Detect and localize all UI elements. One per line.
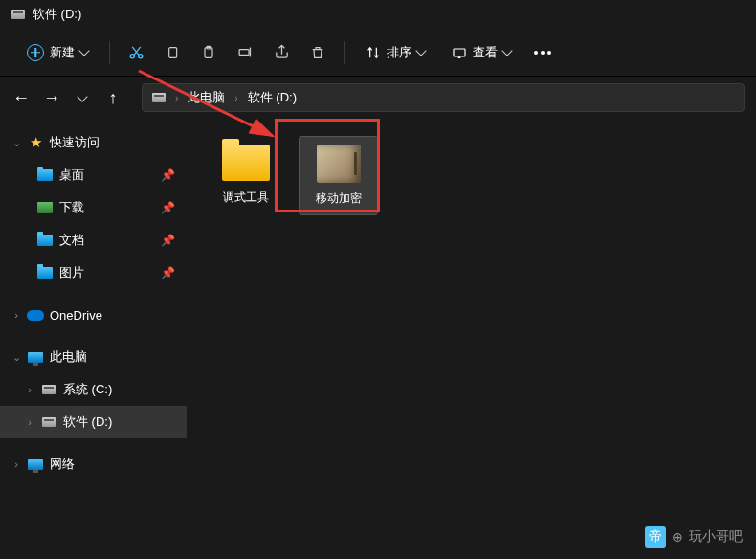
chevron-down-icon bbox=[78, 45, 89, 56]
sidebar-pictures[interactable]: 图片 📌 bbox=[0, 257, 187, 289]
folder-item[interactable]: 调式工具 bbox=[206, 136, 285, 215]
drive-icon bbox=[11, 10, 25, 19]
cut-icon[interactable] bbox=[122, 38, 150, 67]
chevron-right-icon: › bbox=[25, 417, 34, 427]
plus-icon bbox=[27, 44, 44, 61]
svg-rect-2 bbox=[169, 47, 177, 57]
breadcrumb-drive[interactable]: 软件 (D:) bbox=[248, 89, 297, 106]
folder-item-encrypted[interactable]: 移动加密 bbox=[299, 136, 378, 215]
view-icon bbox=[452, 45, 467, 60]
folder-icon bbox=[221, 142, 271, 184]
back-button[interactable]: ← bbox=[11, 88, 31, 107]
folder-icon bbox=[36, 232, 54, 249]
address-bar[interactable]: › 此电脑 › 软件 (D:) bbox=[142, 83, 745, 112]
sidebar-documents[interactable]: 文档 📌 bbox=[0, 224, 187, 257]
sidebar-software-d[interactable]: › 软件 (D:) bbox=[0, 406, 187, 438]
drive-icon bbox=[152, 93, 166, 102]
drive-icon bbox=[40, 414, 57, 431]
watermark-icon: 帝 bbox=[645, 526, 666, 548]
sidebar-system-c[interactable]: › 系统 (C:) bbox=[0, 373, 187, 406]
monitor-icon bbox=[27, 456, 44, 473]
copy-icon[interactable] bbox=[158, 38, 187, 67]
folder-icon bbox=[36, 167, 54, 184]
recent-button[interactable] bbox=[73, 88, 92, 107]
chevron-down-icon bbox=[501, 45, 512, 56]
separator bbox=[344, 41, 345, 64]
chevron-down-icon bbox=[415, 45, 426, 56]
monitor-icon bbox=[27, 348, 44, 366]
chevron-down-icon: ⌄ bbox=[11, 138, 21, 147]
paste-icon[interactable] bbox=[194, 38, 223, 67]
sidebar-onedrive[interactable]: › OneDrive bbox=[0, 299, 187, 331]
watermark: 帝 ⊕ 玩小哥吧 bbox=[645, 526, 743, 548]
share-icon[interactable] bbox=[267, 38, 296, 67]
chevron-right-icon: › bbox=[175, 93, 178, 103]
svg-rect-6 bbox=[454, 49, 465, 56]
sidebar-network[interactable]: › 网络 bbox=[0, 448, 187, 481]
drive-icon bbox=[40, 381, 57, 398]
folder-icon bbox=[36, 199, 54, 216]
new-button[interactable]: 新建 bbox=[17, 38, 98, 67]
pin-icon: 📌 bbox=[161, 266, 175, 280]
svg-point-1 bbox=[138, 55, 142, 58]
separator bbox=[109, 41, 110, 64]
vault-folder-icon bbox=[314, 143, 364, 185]
chevron-right-icon: › bbox=[234, 93, 237, 103]
view-button[interactable]: 查看 bbox=[442, 38, 521, 67]
sidebar-downloads[interactable]: 下载 📌 bbox=[0, 191, 187, 224]
pin-icon: 📌 bbox=[161, 201, 175, 214]
sidebar: ⌄ ★ 快速访问 桌面 📌 下载 📌 文档 📌 图片 📌 bbox=[0, 119, 187, 559]
star-icon: ★ bbox=[27, 134, 44, 151]
navbar: ← → ↑ › 此电脑 › 软件 (D:) bbox=[0, 77, 756, 119]
breadcrumb-pc[interactable]: 此电脑 bbox=[188, 89, 225, 106]
pin-icon: 📌 bbox=[161, 234, 175, 247]
sort-icon bbox=[366, 45, 381, 60]
svg-point-0 bbox=[130, 55, 134, 58]
svg-rect-5 bbox=[239, 50, 249, 56]
more-button[interactable] bbox=[528, 38, 557, 67]
forward-button[interactable]: → bbox=[42, 88, 61, 107]
sidebar-this-pc[interactable]: ⌄ 此电脑 bbox=[0, 341, 187, 373]
up-button[interactable]: ↑ bbox=[103, 88, 122, 107]
sidebar-desktop[interactable]: 桌面 📌 bbox=[0, 159, 187, 191]
cloud-icon bbox=[27, 306, 44, 324]
chevron-right-icon: › bbox=[11, 459, 21, 469]
folder-icon bbox=[36, 264, 54, 281]
rename-icon[interactable] bbox=[231, 38, 259, 67]
delete-icon[interactable] bbox=[303, 38, 332, 67]
content-area[interactable]: 调式工具 移动加密 bbox=[187, 119, 756, 559]
window-title: 软件 (D:) bbox=[33, 6, 81, 23]
toolbar: 新建 排序 查看 bbox=[0, 29, 756, 77]
chevron-right-icon: › bbox=[11, 310, 21, 320]
pin-icon: 📌 bbox=[161, 168, 175, 182]
titlebar: 软件 (D:) bbox=[0, 0, 756, 29]
chevron-right-icon: › bbox=[25, 385, 34, 394]
sidebar-quick-access[interactable]: ⌄ ★ 快速访问 bbox=[0, 126, 187, 159]
sort-button[interactable]: 排序 bbox=[356, 38, 434, 67]
chevron-down-icon: ⌄ bbox=[11, 352, 21, 362]
